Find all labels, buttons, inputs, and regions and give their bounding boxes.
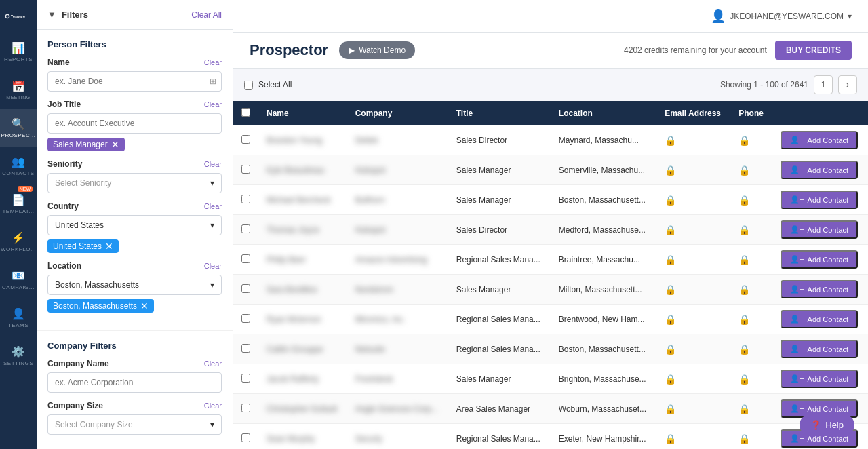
user-info[interactable]: 👤 JKEOHANE@YESWARE.COM ▾ bbox=[711, 9, 852, 24]
clear-all-button[interactable]: Clear All bbox=[191, 10, 222, 20]
sidebar-item-reports[interactable]: 📊 reports bbox=[0, 33, 37, 71]
add-contact-button[interactable]: 👤+ Add Contact bbox=[781, 280, 858, 298]
row-title: Sales Director bbox=[448, 215, 551, 245]
boston-tag-remove[interactable]: ✕ bbox=[140, 301, 149, 311]
name-blurred: Thomas Joyce bbox=[267, 225, 319, 235]
add-contact-button[interactable]: 👤+ Add Contact bbox=[781, 250, 858, 269]
row-checkbox-cell bbox=[233, 394, 258, 424]
row-email: 🔒 bbox=[656, 125, 730, 155]
add-contact-button[interactable]: 👤+ Add Contact bbox=[781, 340, 858, 358]
location-clear-button[interactable]: Clear bbox=[204, 262, 222, 270]
row-phone: 🔒 bbox=[730, 125, 772, 155]
job-title-label-row: Job Title Clear bbox=[47, 100, 222, 109]
row-checkbox[interactable] bbox=[241, 195, 250, 203]
sidebar-item-teams[interactable]: 👤 TEAMS bbox=[0, 298, 37, 336]
add-contact-button[interactable]: 👤+ Add Contact bbox=[781, 370, 858, 388]
header-left: Prospector ▶ Watch Demo bbox=[250, 41, 415, 59]
sidebar-item-contacts[interactable]: 👥 CONTACTS bbox=[0, 147, 37, 184]
nav-reports-label: reports bbox=[4, 56, 33, 62]
row-checkbox[interactable] bbox=[241, 314, 250, 323]
name-clear-button[interactable]: Clear bbox=[204, 58, 222, 66]
add-contact-icon: 👤+ bbox=[790, 255, 804, 264]
user-email: JKEOHANE@YESWARE.COM bbox=[730, 12, 844, 21]
row-name: Brandon Young bbox=[258, 125, 347, 155]
add-contact-label: Add Contact bbox=[808, 435, 849, 443]
add-contact-button[interactable]: 👤+ Add Contact bbox=[781, 161, 858, 179]
help-button[interactable]: ❓ Help bbox=[800, 414, 854, 435]
settings-icon: ⚙️ bbox=[12, 345, 25, 358]
row-phone: 🔒 bbox=[730, 275, 772, 305]
name-input[interactable] bbox=[47, 71, 222, 92]
row-checkbox-cell bbox=[233, 275, 258, 305]
name-label-row: Name Clear bbox=[47, 58, 222, 67]
location-select[interactable]: Boston, Massachusetts ▾ bbox=[47, 275, 222, 295]
row-phone: 🔒 bbox=[730, 394, 772, 424]
company-name-label: Company Name bbox=[47, 359, 109, 368]
add-contact-button[interactable]: 👤+ Add Contact bbox=[781, 191, 858, 209]
job-title-clear-button[interactable]: Clear bbox=[204, 100, 222, 109]
user-avatar-icon: 👤 bbox=[711, 9, 726, 24]
company-size-label: Company Size bbox=[47, 401, 103, 410]
sidebar-item-meeting-scheduler[interactable]: 📅 MEETING bbox=[0, 71, 37, 109]
email-lock-icon: 🔒 bbox=[665, 135, 676, 146]
row-checkbox[interactable] bbox=[241, 284, 250, 293]
united-states-tag-remove[interactable]: ✕ bbox=[105, 241, 113, 251]
row-checkbox[interactable] bbox=[241, 374, 250, 383]
row-email: 🔒 bbox=[656, 334, 730, 364]
table-row: Kyle Beaudreau Hubspot Sales Manager Som… bbox=[233, 155, 868, 185]
table-controls: Select All Showing 1 - 100 of 2641 1 › bbox=[233, 69, 868, 101]
company-blurred: Hubspot bbox=[355, 225, 386, 235]
company-size-clear-button[interactable]: Clear bbox=[204, 402, 222, 410]
name-blurred: Jacob Rafferty bbox=[267, 374, 319, 384]
company-name-input[interactable] bbox=[47, 372, 222, 393]
row-checkbox-cell bbox=[233, 155, 258, 185]
add-contact-label: Add Contact bbox=[808, 166, 849, 174]
row-location: Boston, Massachusett... bbox=[551, 334, 656, 364]
sidebar-item-templates[interactable]: NEW 📄 TEMPLAT... bbox=[0, 184, 37, 222]
filters-header: ▼ Filters Clear All bbox=[37, 0, 233, 30]
company-size-chevron-icon: ▾ bbox=[210, 420, 214, 429]
row-checkbox[interactable] bbox=[241, 433, 250, 442]
watch-demo-button[interactable]: ▶ Watch Demo bbox=[339, 41, 415, 59]
row-checkbox[interactable] bbox=[241, 165, 250, 174]
country-chevron-icon: ▾ bbox=[210, 220, 214, 230]
seniority-select[interactable]: Select Seniority ▾ bbox=[47, 173, 222, 193]
sidebar-item-prospector[interactable]: 🔍 PROSPEC... bbox=[0, 109, 37, 147]
row-checkbox[interactable] bbox=[241, 135, 250, 144]
seniority-chevron-icon: ▾ bbox=[210, 178, 214, 188]
sidebar-item-workflows[interactable]: ⚡ WORKFLO... bbox=[0, 222, 37, 260]
nav-campaigns-wrapper: 📧 CAMPAIG... bbox=[0, 260, 37, 298]
country-clear-button[interactable]: Clear bbox=[204, 202, 222, 210]
row-email: 🔒 bbox=[656, 305, 730, 334]
add-contact-button[interactable]: 👤+ Add Contact bbox=[781, 310, 858, 328]
header-checkbox[interactable] bbox=[241, 108, 250, 117]
sidebar-item-campaigns[interactable]: 📧 CAMPAIG... bbox=[0, 260, 37, 298]
row-location: Woburn, Massachuset... bbox=[551, 394, 656, 424]
add-contact-button[interactable]: 👤+ Add Contact bbox=[781, 131, 858, 149]
row-checkbox[interactable] bbox=[241, 254, 250, 263]
email-lock-icon: 🔒 bbox=[665, 314, 676, 325]
buy-credits-button[interactable]: BUY CREDITS bbox=[775, 41, 852, 60]
country-select[interactable]: United States ▾ bbox=[47, 215, 222, 235]
add-contact-button[interactable]: 👤+ Add Contact bbox=[781, 220, 858, 239]
row-title: Sales Manager bbox=[448, 364, 551, 394]
job-title-input[interactable] bbox=[47, 113, 222, 134]
company-size-select[interactable]: Select Company Size ▾ bbox=[47, 414, 222, 435]
select-all-checkbox[interactable] bbox=[244, 81, 253, 90]
contacts-icon: 👥 bbox=[12, 155, 25, 168]
header-title: Title bbox=[448, 101, 551, 125]
row-checkbox[interactable] bbox=[241, 344, 250, 353]
nav-settings-label: SETTINGS bbox=[3, 360, 33, 366]
row-checkbox[interactable] bbox=[241, 404, 250, 412]
sales-manager-tag-remove[interactable]: ✕ bbox=[111, 140, 119, 149]
filters-header-left: ▼ Filters bbox=[47, 9, 88, 20]
seniority-clear-button[interactable]: Clear bbox=[204, 160, 222, 168]
next-page-button[interactable]: › bbox=[838, 75, 857, 94]
person-filters-title: Person Filters bbox=[47, 39, 222, 50]
row-checkbox[interactable] bbox=[241, 224, 250, 233]
row-email: 🔒 bbox=[656, 155, 730, 185]
row-title: Regional Sales Mana... bbox=[448, 245, 551, 275]
row-title: Sales Manager bbox=[448, 155, 551, 185]
company-name-clear-button[interactable]: Clear bbox=[204, 359, 222, 368]
sidebar-item-settings[interactable]: ⚙️ SETTINGS bbox=[0, 336, 37, 374]
